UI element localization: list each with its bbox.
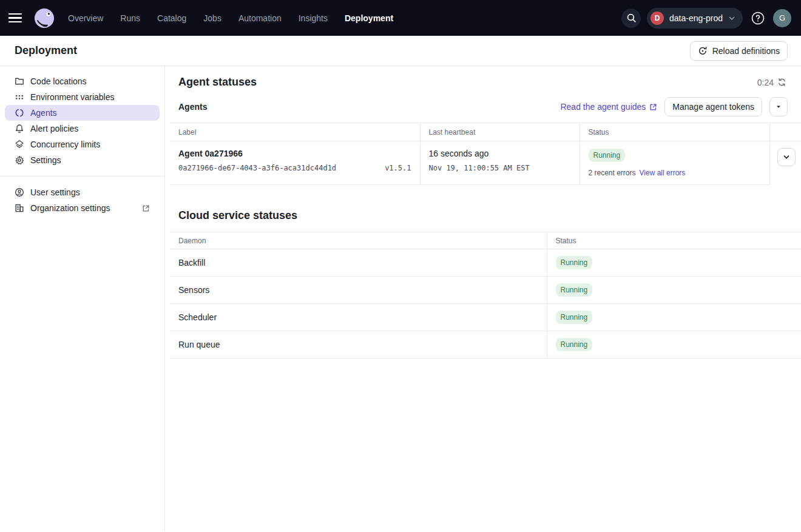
agent-id: 0a271966-de67-4043-a3f6-aca31dc44d1d [178, 164, 336, 172]
column-header-last-heartbeat: Last heartbeat [420, 123, 580, 141]
sidebar-item-label: Environment variables [30, 92, 115, 102]
refresh-countdown: 0:24 [757, 78, 786, 87]
expand-agent-button[interactable] [777, 148, 796, 166]
help-button[interactable] [749, 9, 767, 27]
daemon-name: Sensors [170, 277, 547, 304]
sidebar-item-settings[interactable]: Settings [5, 152, 160, 168]
agent-guides-label: Read the agent guides [560, 102, 646, 112]
nav-item-deployment[interactable]: Deployment [345, 13, 393, 23]
nav-item-runs[interactable]: Runs [120, 13, 140, 23]
status-badge: Running [556, 338, 593, 351]
page-title: Deployment [15, 44, 77, 57]
sidebar-item-label: Organization settings [30, 203, 110, 213]
sidebar-item-code-locations[interactable]: Code locations [5, 73, 160, 89]
reload-definitions-button[interactable]: Reload definitions [690, 41, 788, 61]
deployment-name: data-eng-prod [669, 13, 723, 23]
agent-expander-cell [769, 141, 801, 185]
sidebar-item-alert-policies[interactable]: Alert policies [5, 121, 160, 136]
agent-heartbeat-cell: 16 seconds ago Nov 19, 11:00:55 AM EST [420, 141, 580, 185]
sidebar-item-label: Concurrency limits [30, 140, 100, 149]
agent-statuses-title: Agent statuses [178, 76, 257, 89]
column-header-expand [769, 123, 801, 141]
status-badge: Running [556, 311, 593, 324]
nav-item-catalog[interactable]: Catalog [157, 13, 186, 23]
column-header-daemon: Daemon [170, 232, 547, 249]
dagster-logo-icon[interactable] [33, 7, 56, 30]
column-header-label: Label [170, 123, 420, 141]
sidebar-item-label: Settings [30, 155, 61, 165]
deployment-sidebar: Code locations Environment variables Age… [0, 66, 165, 531]
agent-tokens-dropdown-button[interactable] [769, 97, 788, 116]
chevron-down-icon [728, 15, 735, 22]
agents-table: Label Last heartbeat Status Agent 0a2719… [170, 123, 801, 185]
agent-name: Agent 0a271966 [178, 149, 411, 158]
sidebar-item-label: Alert policies [30, 124, 78, 133]
daemon-name: Backfill [170, 249, 547, 277]
nav-item-automation[interactable]: Automation [238, 13, 282, 23]
nav-item-jobs[interactable]: Jobs [203, 13, 221, 23]
view-all-errors-link[interactable]: View all errors [640, 169, 686, 177]
caret-down-icon [776, 104, 782, 110]
countdown-value: 0:24 [757, 78, 774, 87]
status-badge: Running [589, 149, 626, 162]
sidebar-item-label: Agents [30, 108, 57, 118]
daemon-row: Sensors Running [170, 277, 801, 304]
sidebar-item-organization-settings[interactable]: Organization settings [5, 200, 160, 216]
layers-icon [15, 140, 24, 149]
status-badge: Running [556, 283, 593, 297]
search-icon [626, 13, 637, 23]
sidebar-item-user-settings[interactable]: User settings [5, 184, 160, 200]
agent-version: v1.5.1 [385, 164, 411, 172]
page-header: Deployment Reload definitions [0, 36, 801, 66]
daemon-name: Run queue [170, 331, 547, 359]
column-header-status: Status [547, 232, 801, 249]
external-link-icon [142, 204, 150, 212]
external-link-icon [649, 103, 657, 111]
sidebar-divider [0, 176, 164, 177]
daemon-row: Run queue Running [170, 331, 801, 359]
manage-agent-tokens-label: Manage agent tokens [672, 102, 754, 112]
column-header-status: Status [580, 123, 769, 141]
top-nav: Overview Runs Catalog Jobs Automation In… [0, 0, 801, 36]
main-content: Agent statuses 0:24 Agents Read the agen… [165, 66, 801, 531]
sidebar-item-label: Code locations [30, 76, 87, 86]
refresh-icon[interactable] [777, 78, 786, 87]
nav-item-insights[interactable]: Insights [299, 13, 328, 23]
user-avatar[interactable]: G [773, 9, 791, 27]
primary-nav: Overview Runs Catalog Jobs Automation In… [68, 13, 393, 23]
folder-icon [15, 76, 24, 86]
sidebar-item-label: User settings [30, 187, 80, 197]
agents-icon [15, 108, 24, 118]
chevron-down-icon [783, 153, 790, 161]
deployment-dot: D [651, 12, 664, 25]
agent-status-cell: Running 2 recent errorsView all errors [580, 141, 769, 185]
nav-item-overview[interactable]: Overview [68, 13, 103, 23]
menu-icon[interactable] [8, 10, 25, 27]
sidebar-item-environment-variables[interactable]: Environment variables [5, 89, 160, 105]
reload-definitions-label: Reload definitions [712, 46, 780, 56]
status-badge: Running [556, 256, 593, 269]
search-button[interactable] [621, 8, 641, 28]
agents-heading: Agents [178, 102, 207, 112]
organization-icon [15, 203, 24, 213]
help-icon [751, 11, 765, 25]
heartbeat-relative: 16 seconds ago [429, 149, 571, 158]
daemon-name: Scheduler [170, 304, 547, 331]
environment-variables-icon [15, 92, 24, 102]
cloud-service-table: Daemon Status Backfill Running Sensors R… [170, 232, 801, 359]
recent-errors-text: 2 recent errors [589, 169, 636, 177]
cloud-service-statuses-title: Cloud service statuses [178, 209, 801, 222]
daemon-row: Backfill Running [170, 249, 801, 277]
deployment-switcher[interactable]: D data-eng-prod [647, 8, 743, 29]
manage-agent-tokens-button[interactable]: Manage agent tokens [664, 97, 762, 116]
agent-guides-link[interactable]: Read the agent guides [560, 102, 657, 112]
gear-icon [15, 155, 24, 165]
sidebar-item-concurrency-limits[interactable]: Concurrency limits [5, 136, 160, 152]
daemon-row: Scheduler Running [170, 304, 801, 331]
sidebar-item-agents[interactable]: Agents [5, 105, 160, 121]
agent-row: Agent 0a271966 0a271966-de67-4043-a3f6-a… [170, 141, 801, 185]
user-icon [15, 187, 24, 197]
heartbeat-timestamp: Nov 19, 11:00:55 AM EST [429, 164, 571, 172]
reload-icon [698, 46, 708, 56]
bell-icon [15, 124, 24, 133]
